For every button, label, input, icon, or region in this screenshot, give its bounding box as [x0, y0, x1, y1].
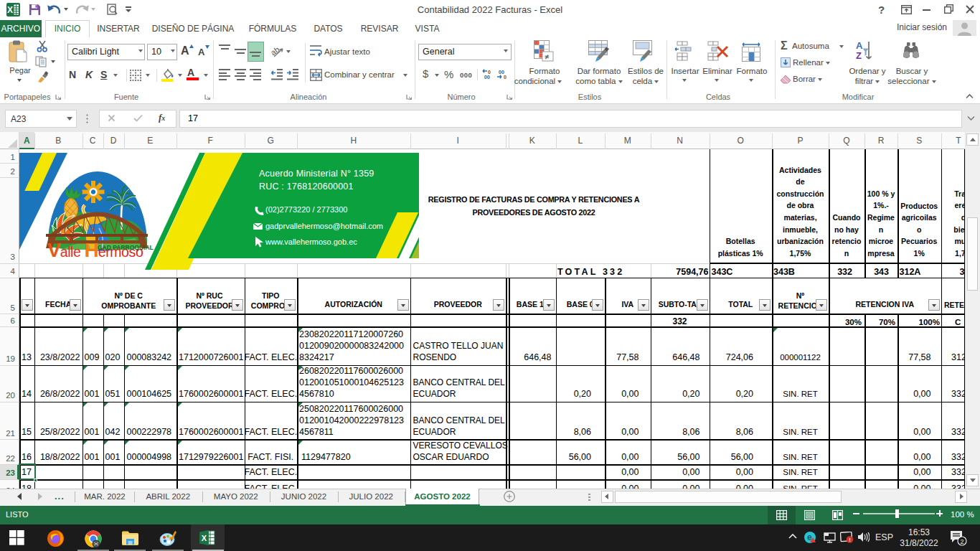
svg-text:2: 2 — [960, 538, 963, 545]
svg-text:00: 00 — [499, 70, 504, 75]
svg-text:Z: Z — [856, 50, 862, 61]
svg-text:≠: ≠ — [545, 52, 549, 61]
svg-text:00: 00 — [484, 75, 490, 80]
svg-text:0: 0 — [488, 70, 491, 75]
svg-text:!: ! — [849, 537, 851, 543]
svg-text:A: A — [856, 40, 863, 51]
svg-text:X: X — [202, 534, 207, 542]
